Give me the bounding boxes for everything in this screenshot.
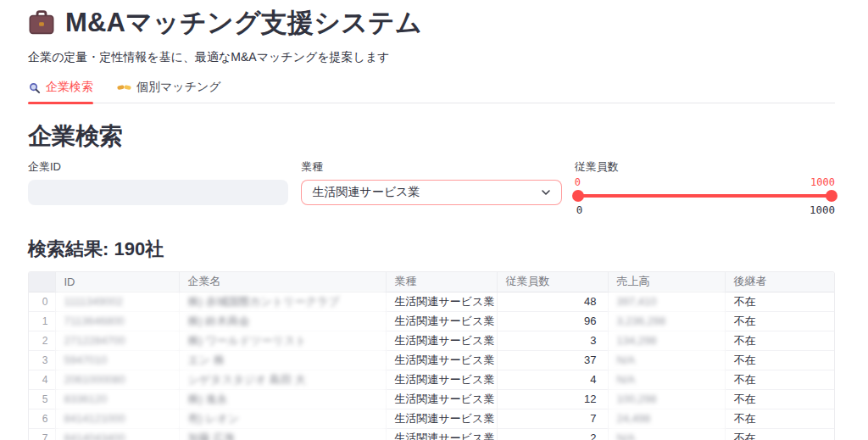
row-index: 5 bbox=[29, 389, 55, 409]
page-title: M&Aマッチング支援システム bbox=[65, 7, 422, 39]
cell-industry: 生活関連サービス業 bbox=[386, 311, 497, 331]
company-id-input[interactable] bbox=[28, 180, 288, 205]
tab-label: 企業検索 bbox=[46, 80, 93, 95]
cell-employees: 96 bbox=[497, 311, 608, 331]
row-index: 1 bbox=[29, 311, 55, 331]
cell-id: 2712284700 bbox=[55, 331, 179, 350]
industry-select[interactable]: 生活関連サービス業 bbox=[301, 180, 561, 205]
header-index bbox=[29, 272, 55, 292]
cell-successor: 不在 bbox=[725, 292, 834, 311]
header-successor[interactable]: 後継者 bbox=[725, 272, 834, 292]
cell-employees: 2 bbox=[497, 428, 608, 440]
app-root: M&Aマッチング支援システム 企業の定量・定性情報を基に、最適なM&Aマッチング… bbox=[0, 0, 868, 440]
cell-company-name: 加藤 広海 bbox=[179, 428, 386, 440]
industry-selected-value: 生活関連サービス業 bbox=[312, 185, 420, 200]
cell-id: 1111349002 bbox=[55, 292, 179, 311]
cell-revenue: N/A bbox=[608, 428, 725, 440]
cell-company-name: シゲタスタジオ 島田 大 bbox=[179, 370, 386, 389]
row-index: 0 bbox=[29, 292, 55, 311]
cell-revenue: 397,410 bbox=[608, 292, 725, 311]
tab-bar: 企業検索 個別マッチング bbox=[28, 80, 835, 103]
app-header: M&Aマッチング支援システム bbox=[28, 7, 835, 39]
table-row[interactable]: 6 8414121000 有) レオン 生活関連サービス業 7 24,498 不… bbox=[29, 409, 834, 428]
cell-revenue: N/A bbox=[608, 370, 725, 389]
cell-successor: 不在 bbox=[725, 428, 834, 440]
tab-label: 個別マッチング bbox=[136, 80, 221, 95]
handshake-icon bbox=[117, 82, 131, 92]
tab-individual-matching[interactable]: 個別マッチング bbox=[117, 80, 221, 103]
table-row[interactable]: 3 5947010 エン 株 生活関連サービス業 37 N/A 不在 bbox=[29, 350, 834, 370]
cell-company-name: 株) 赤城国際カントリークラブ bbox=[179, 292, 386, 311]
cell-employees: 4 bbox=[497, 370, 608, 389]
header-industry[interactable]: 業種 bbox=[386, 272, 497, 292]
search-icon bbox=[28, 81, 41, 94]
cell-successor: 不在 bbox=[725, 350, 834, 370]
employees-field: 従業員数 0 1000 0 1000 bbox=[575, 160, 835, 216]
cell-revenue: 3,236,298 bbox=[608, 311, 725, 331]
cell-successor: 不在 bbox=[725, 370, 834, 389]
chevron-down-icon bbox=[541, 187, 551, 198]
header-employees[interactable]: 従業員数 bbox=[497, 272, 608, 292]
cell-company-name: 株) 進永 bbox=[179, 389, 386, 409]
cell-employees: 12 bbox=[497, 389, 608, 409]
cell-successor: 不在 bbox=[725, 331, 834, 350]
cell-id: 7113646800 bbox=[55, 311, 179, 331]
industry-label: 業種 bbox=[301, 160, 561, 174]
row-index: 3 bbox=[29, 350, 55, 370]
slider-value-low: 0 bbox=[575, 176, 581, 188]
slider-thumb-low[interactable] bbox=[572, 190, 584, 202]
cell-employees: 3 bbox=[497, 331, 608, 350]
header-revenue[interactable]: 売上高 bbox=[608, 272, 725, 292]
cell-company-name: 株) ワールドツーリスト bbox=[179, 331, 386, 350]
cell-industry: 生活関連サービス業 bbox=[386, 292, 497, 311]
company-id-label: 企業ID bbox=[28, 160, 288, 174]
cell-successor: 不在 bbox=[725, 311, 834, 331]
row-index: 4 bbox=[29, 370, 55, 389]
briefcase-icon bbox=[28, 10, 55, 36]
results-table-container[interactable]: ID 企業名 業種 従業員数 売上高 後継者 0 1111349002 株) 赤… bbox=[28, 271, 835, 440]
cell-id: 8336120 bbox=[55, 389, 179, 409]
cell-company-name: 有) レオン bbox=[179, 409, 386, 428]
cell-revenue: 100,298 bbox=[608, 389, 725, 409]
slider-value-high: 1000 bbox=[810, 176, 835, 188]
table-row[interactable]: 0 1111349002 株) 赤城国際カントリークラブ 生活関連サービス業 4… bbox=[29, 292, 834, 311]
slider-track[interactable] bbox=[575, 194, 835, 198]
cell-industry: 生活関連サービス業 bbox=[386, 409, 497, 428]
slider-max-label: 1000 bbox=[810, 203, 835, 216]
cell-employees: 37 bbox=[497, 350, 608, 370]
cell-revenue: 134,298 bbox=[608, 331, 725, 350]
cell-employees: 48 bbox=[497, 292, 608, 311]
cell-industry: 生活関連サービス業 bbox=[386, 389, 497, 409]
employees-range-slider: 0 1000 0 1000 bbox=[575, 175, 835, 216]
header-id[interactable]: ID bbox=[55, 272, 179, 292]
industry-field: 業種 生活関連サービス業 bbox=[301, 160, 561, 216]
table-row[interactable]: 7 8414043400 加藤 広海 生活関連サービス業 2 N/A 不在 bbox=[29, 428, 834, 440]
cell-successor: 不在 bbox=[725, 389, 834, 409]
row-index: 7 bbox=[29, 428, 55, 440]
tab-company-search[interactable]: 企業検索 bbox=[28, 80, 93, 103]
cell-industry: 生活関連サービス業 bbox=[386, 350, 497, 370]
results-table-body: 0 1111349002 株) 赤城国際カントリークラブ 生活関連サービス業 4… bbox=[29, 292, 834, 440]
table-row[interactable]: 2 2712284700 株) ワールドツーリスト 生活関連サービス業 3 13… bbox=[29, 331, 834, 350]
results-table: ID 企業名 業種 従業員数 売上高 後継者 0 1111349002 株) 赤… bbox=[29, 272, 834, 440]
cell-employees: 7 bbox=[497, 409, 608, 428]
table-row[interactable]: 5 8336120 株) 進永 生活関連サービス業 12 100,298 不在 bbox=[29, 389, 834, 409]
section-title: 企業検索 bbox=[28, 120, 835, 153]
table-header-row: ID 企業名 業種 従業員数 売上高 後継者 bbox=[29, 272, 834, 292]
row-index: 6 bbox=[29, 409, 55, 428]
cell-industry: 生活関連サービス業 bbox=[386, 331, 497, 350]
header-company-name[interactable]: 企業名 bbox=[179, 272, 386, 292]
cell-id: 8414043400 bbox=[55, 428, 179, 440]
slider-min-label: 0 bbox=[576, 203, 583, 216]
search-form: 企業ID 業種 生活関連サービス業 従業員数 0 1000 0 1000 bbox=[28, 160, 835, 216]
cell-company-name: エン 株 bbox=[179, 350, 386, 370]
slider-thumb-high[interactable] bbox=[826, 190, 837, 202]
cell-industry: 生活関連サービス業 bbox=[386, 370, 497, 389]
cell-industry: 生活関連サービス業 bbox=[386, 428, 497, 440]
cell-company-name: 株) 鈴木商会 bbox=[179, 311, 386, 331]
company-id-field: 企業ID bbox=[28, 160, 288, 216]
cell-revenue: 24,498 bbox=[608, 409, 725, 428]
cell-revenue: N/A bbox=[608, 350, 725, 370]
table-row[interactable]: 1 7113646800 株) 鈴木商会 生活関連サービス業 96 3,236,… bbox=[29, 311, 834, 331]
table-row[interactable]: 4 2061000080 シゲタスタジオ 島田 大 生活関連サービス業 4 N/… bbox=[29, 370, 834, 389]
